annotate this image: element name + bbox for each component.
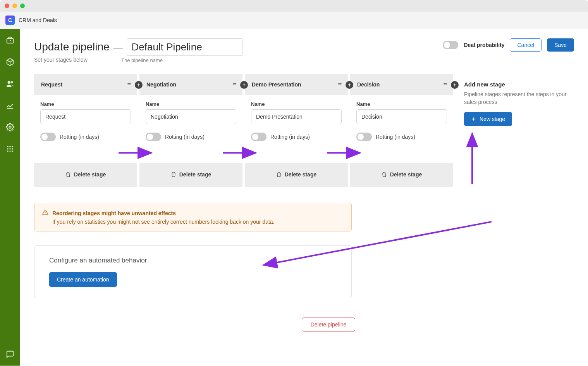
warning-title: Reordering stages might have unwanted ef…	[52, 210, 176, 216]
warning-icon	[42, 209, 48, 217]
app-logo-letter: C	[8, 17, 12, 23]
automation-title: Configure an automated behavior	[49, 257, 337, 264]
stage-name-label: Name	[146, 101, 236, 107]
add-stage-description: Pipeline stages represent the steps in y…	[464, 91, 572, 106]
create-automation-button[interactable]: Create an automation	[49, 272, 117, 287]
add-stage-after-button[interactable]: +	[346, 81, 353, 89]
drag-handle-icon[interactable]: =	[233, 81, 236, 88]
svg-point-10	[7, 150, 9, 152]
sidebar	[0, 29, 20, 366]
save-button[interactable]: Save	[547, 38, 574, 52]
delete-stage-button[interactable]: Delete stage	[65, 171, 106, 178]
drag-handle-icon[interactable]: =	[127, 81, 131, 88]
stage-name-input[interactable]	[251, 109, 342, 124]
delete-stage-button[interactable]: Delete stage	[276, 171, 316, 178]
reorder-warning: Reordering stages might have unwanted ef…	[34, 203, 352, 231]
stages-row: Request = + Name Rotting (in days)	[34, 74, 574, 187]
app-title: CRM and Deals	[19, 17, 57, 23]
stage-title: Negotiation	[146, 81, 176, 88]
trash-icon	[171, 172, 176, 177]
apps-icon[interactable]	[6, 145, 14, 153]
svg-point-9	[12, 148, 13, 149]
add-stage-after-button[interactable]: +	[451, 81, 459, 89]
add-stage-title: Add new stage	[464, 81, 572, 88]
stage-card-decision: Decision = + Name Rotting (in days)	[350, 74, 453, 187]
deal-probability-label: Deal probability	[464, 42, 504, 48]
users-icon[interactable]	[6, 79, 14, 88]
delete-stage-label: Delete stage	[390, 171, 422, 178]
app-logo: C	[5, 16, 15, 25]
add-stage-panel: Add new stage Pipeline stages represent …	[456, 74, 572, 126]
stage-name-input[interactable]	[356, 109, 447, 124]
window-close-button[interactable]	[5, 3, 9, 8]
app-header: C CRM and Deals	[0, 12, 588, 29]
svg-point-8	[9, 148, 10, 149]
drag-handle-icon[interactable]: =	[338, 81, 342, 88]
briefcase-icon[interactable]	[6, 36, 14, 45]
trash-icon	[382, 172, 387, 177]
chat-icon[interactable]	[6, 350, 14, 359]
page-title: Update pipeline	[34, 41, 110, 53]
delete-stage-label: Delete stage	[285, 171, 316, 178]
window-minimize-button[interactable]	[12, 3, 17, 8]
delete-pipeline-button[interactable]: Delete pipeline	[302, 318, 356, 331]
add-stage-after-button[interactable]: +	[240, 81, 248, 89]
rotting-label: Rotting (in days)	[376, 134, 415, 140]
rotting-label: Rotting (in days)	[165, 134, 205, 140]
svg-point-2	[11, 81, 13, 84]
stage-name-label: Name	[251, 101, 342, 107]
rotting-toggle[interactable]	[251, 133, 266, 141]
warning-body: If you rely on statistics you might not …	[52, 219, 344, 225]
drag-handle-icon[interactable]: =	[444, 81, 447, 88]
rotting-toggle[interactable]	[40, 133, 56, 141]
rotting-toggle[interactable]	[146, 133, 161, 141]
automation-box: Configure an automated behavior Create a…	[34, 245, 352, 298]
svg-point-12	[12, 150, 13, 152]
svg-point-5	[9, 146, 10, 147]
stage-card-negotiation: Negotiation = + Name Rotting (in days)	[139, 74, 242, 187]
stage-card-request: Request = + Name Rotting (in days)	[34, 74, 137, 187]
window-maximize-button[interactable]	[20, 3, 25, 8]
delete-stage-label: Delete stage	[179, 171, 211, 178]
rotting-toggle[interactable]	[356, 133, 372, 141]
svg-point-11	[9, 150, 10, 152]
stage-name-input[interactable]	[146, 109, 236, 124]
gear-icon[interactable]	[6, 123, 14, 131]
pipeline-name-hint: The pipeline name	[121, 57, 163, 63]
title-separator: —	[113, 42, 123, 53]
main-content: Update pipeline — Set your stages below …	[20, 29, 588, 366]
stage-title: Decision	[357, 81, 380, 88]
trash-icon	[65, 172, 71, 177]
delete-stage-button[interactable]: Delete stage	[171, 171, 211, 178]
window-chrome	[0, 0, 588, 12]
stage-card-demo-presentation: Demo Presentation = + Name Rotting (in d…	[245, 74, 348, 187]
svg-point-4	[7, 146, 9, 147]
cube-icon[interactable]	[6, 58, 14, 66]
delete-stage-button[interactable]: Delete stage	[382, 171, 422, 178]
stage-name-input[interactable]	[40, 109, 131, 124]
rotting-label: Rotting (in days)	[270, 134, 310, 140]
svg-point-6	[12, 146, 13, 147]
stage-name-label: Name	[40, 101, 131, 107]
page-subtitle: Set your stages below	[34, 57, 117, 63]
delete-stage-label: Delete stage	[74, 171, 106, 178]
new-stage-button[interactable]: New stage	[464, 112, 512, 126]
stage-name-label: Name	[356, 101, 447, 107]
deal-probability-toggle[interactable]	[443, 41, 458, 49]
cancel-button[interactable]: Cancel	[510, 38, 542, 52]
new-stage-button-label: New stage	[480, 116, 505, 122]
chart-icon[interactable]	[6, 101, 14, 110]
svg-point-1	[8, 81, 10, 84]
trash-icon	[276, 172, 282, 177]
plus-icon	[471, 116, 476, 122]
stage-title: Demo Presentation	[252, 81, 301, 88]
stage-title: Request	[41, 81, 62, 88]
rotting-label: Rotting (in days)	[60, 134, 99, 140]
svg-point-3	[9, 126, 11, 128]
svg-point-7	[7, 148, 9, 149]
pipeline-name-input[interactable]	[127, 38, 243, 56]
svg-rect-0	[7, 38, 14, 43]
add-stage-after-button[interactable]: +	[135, 81, 143, 89]
